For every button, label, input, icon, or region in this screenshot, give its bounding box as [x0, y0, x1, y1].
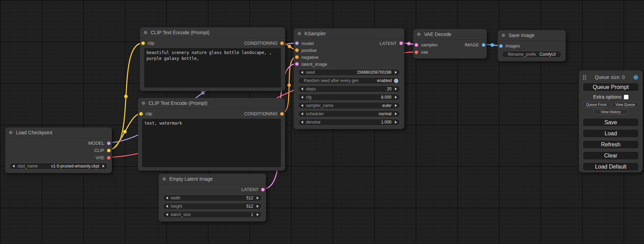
input-slot-model[interactable]	[295, 42, 299, 45]
link-midpoint-ksampler-latent-to-vae-decode[interactable]	[407, 42, 411, 45]
load-button[interactable]: Load	[583, 129, 639, 138]
output-slot-model[interactable]	[107, 142, 111, 145]
collapse-dot-icon[interactable]	[144, 31, 147, 34]
collapse-dot-icon[interactable]	[502, 34, 505, 37]
decrement-arrow-icon[interactable]	[166, 205, 168, 208]
output-slot-clip[interactable]	[107, 149, 111, 152]
toggle-icon[interactable]	[394, 79, 398, 83]
input-slot-vae[interactable]	[415, 51, 418, 54]
increment-arrow-icon[interactable]	[257, 205, 259, 208]
widget-value: 512	[246, 204, 253, 209]
height-widget[interactable]: height 512	[163, 203, 262, 210]
positive-prompt-textarea[interactable]: beautiful scenery nature glass bottle la…	[144, 48, 281, 88]
decrement-arrow-icon[interactable]	[301, 104, 303, 107]
extra-options-checkbox[interactable]	[624, 95, 628, 99]
widget-label: width	[171, 196, 180, 200]
increment-arrow-icon[interactable]	[395, 112, 397, 115]
negative-prompt-textarea[interactable]: text, watermark	[142, 119, 281, 167]
decrement-arrow-icon[interactable]	[301, 71, 303, 74]
increment-arrow-icon[interactable]	[257, 213, 259, 216]
view-history-button[interactable]: View History	[593, 109, 628, 115]
widget-label: filename_prefix	[508, 52, 536, 57]
view-queue-button[interactable]: View Queue	[612, 102, 639, 107]
decrement-arrow-icon[interactable]	[301, 88, 303, 90]
node-empty-latent-image[interactable]: Empty Latent Image LATENT width 512 heig…	[159, 174, 266, 222]
collapse-dot-icon[interactable]	[162, 177, 166, 181]
sampler-name-widget[interactable]: sampler_name euler	[298, 102, 400, 109]
collapse-dot-icon[interactable]	[142, 101, 145, 105]
refresh-button[interactable]: Refresh	[583, 140, 639, 149]
decrement-arrow-icon[interactable]	[301, 96, 303, 99]
denoise-widget[interactable]: denoise 1.000	[298, 119, 400, 126]
filename-prefix-widget[interactable]: filename_prefix ComfyUI	[502, 51, 562, 58]
increment-arrow-icon[interactable]	[257, 197, 259, 199]
queue-front-button[interactable]: Queue Front	[583, 102, 610, 107]
increment-arrow-icon[interactable]	[395, 121, 397, 124]
increment-arrow-icon[interactable]	[395, 104, 397, 107]
cfg-widget[interactable]: cfg 8.000	[298, 94, 400, 101]
link-midpoint-negative-conditioning-to-ksampler[interactable]	[288, 83, 291, 87]
node-title-bar[interactable]: VAE Decode	[413, 29, 487, 40]
node-title-bar[interactable]: Save Image	[498, 30, 566, 41]
increment-arrow-icon[interactable]	[395, 71, 397, 74]
queue-prompt-button[interactable]: Queue Prompt	[583, 83, 639, 91]
node-title-bar[interactable]: CLIP Text Encode (Prompt)	[138, 98, 285, 109]
node-title-bar[interactable]: KSampler	[294, 28, 404, 39]
increment-arrow-icon[interactable]	[395, 96, 397, 99]
output-label: LATENT	[241, 187, 258, 192]
output-slot-vae[interactable]	[107, 156, 111, 160]
input-slot-clip[interactable]	[141, 42, 145, 45]
clear-button[interactable]: Clear	[583, 151, 639, 160]
ckpt-name-widget[interactable]: ckpt_name v1-5-pruned-emaonly.ckpt	[9, 163, 108, 170]
node-title-bar[interactable]: Empty Latent Image	[159, 174, 266, 184]
input-slot-images[interactable]	[499, 44, 503, 48]
increment-arrow-icon[interactable]	[395, 88, 397, 90]
node-title: Empty Latent Image	[169, 176, 213, 182]
node-save-image[interactable]: Save Image images filename_prefix ComfyU…	[498, 30, 566, 61]
steps-widget[interactable]: steps 20	[298, 85, 400, 92]
link-midpoint-checkpoint-model-to-ksampler[interactable]	[201, 91, 205, 94]
input-slot-negative[interactable]	[295, 55, 299, 59]
increment-arrow-icon[interactable]	[103, 165, 105, 168]
batch-size-widget[interactable]: batch_size 1	[163, 211, 262, 218]
input-slot-positive[interactable]	[295, 48, 299, 52]
scheduler-widget[interactable]: scheduler normal	[298, 110, 400, 117]
seed-widget[interactable]: seed 156680208700286	[298, 69, 400, 76]
input-slot-samples[interactable]	[415, 43, 418, 47]
output-slot-latent[interactable]	[399, 42, 403, 45]
decrement-arrow-icon[interactable]	[166, 213, 168, 216]
save-button[interactable]: Save	[583, 118, 639, 127]
decrement-arrow-icon[interactable]	[301, 121, 303, 124]
collapse-dot-icon[interactable]	[417, 33, 421, 36]
link-midpoint-checkpoint-clip-to-negative-prompt[interactable]	[123, 130, 127, 134]
load-default-button[interactable]: Load Default	[583, 162, 639, 171]
node-clip-text-encode-negative[interactable]: CLIP Text Encode (Prompt) clip CONDITION…	[138, 98, 285, 171]
decrement-arrow-icon[interactable]	[301, 112, 303, 115]
gear-icon[interactable]	[633, 74, 639, 80]
drag-handle-icon[interactable]	[583, 75, 586, 80]
width-widget[interactable]: width 512	[163, 195, 262, 201]
link-midpoint-checkpoint-clip-to-positive-prompt[interactable]	[124, 95, 128, 98]
queue-panel[interactable]: Queue size: 0 Queue Prompt Extra options…	[579, 70, 643, 172]
node-ksampler[interactable]: KSampler model LATENT positive negative …	[294, 28, 404, 129]
collapse-dot-icon[interactable]	[298, 32, 301, 35]
node-graph-canvas[interactable]: Load Checkpoint MODEL CLIP VAE ckpt_name…	[0, 0, 644, 244]
node-title-bar[interactable]: Load Checkpoint	[5, 127, 112, 138]
decrement-arrow-icon[interactable]	[166, 197, 168, 199]
random-seed-toggle-widget[interactable]: Random seed after every gen enabled	[298, 77, 400, 84]
input-slot-latent-image[interactable]	[295, 62, 299, 66]
output-slot-conditioning[interactable]	[280, 42, 284, 45]
decrement-arrow-icon[interactable]	[12, 165, 15, 168]
output-slot-conditioning[interactable]	[280, 112, 284, 116]
output-slot-image[interactable]	[482, 43, 485, 47]
node-title-bar[interactable]: CLIP Text Encode (Prompt)	[140, 27, 285, 38]
collapse-dot-icon[interactable]	[9, 131, 12, 134]
node-vae-decode[interactable]: VAE Decode samples IMAGE vae	[413, 29, 487, 58]
output-slot-latent[interactable]	[261, 188, 265, 191]
node-clip-text-encode-positive[interactable]: CLIP Text Encode (Prompt) clip CONDITION…	[140, 27, 285, 91]
link-midpoint-vae-decode-image-to-save-image[interactable]	[491, 43, 494, 47]
link-midpoint-positive-conditioning-to-ksampler[interactable]	[288, 45, 291, 48]
input-slot-clip[interactable]	[139, 112, 143, 116]
node-load-checkpoint[interactable]: Load Checkpoint MODEL CLIP VAE ckpt_name…	[5, 127, 112, 173]
slot-row: model LATENT	[294, 40, 404, 47]
